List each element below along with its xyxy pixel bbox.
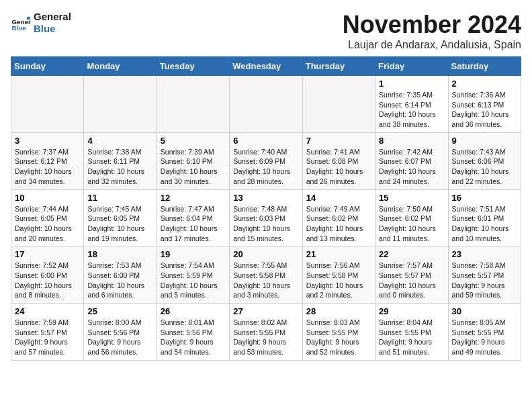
day-number: 4 [87,136,152,146]
day-number: 17 [15,249,80,259]
day-number: 3 [15,136,80,146]
week-row-3: 17Sunrise: 7:52 AM Sunset: 6:00 PM Dayli… [11,246,521,304]
day-cell: 7Sunrise: 7:41 AM Sunset: 6:08 PM Daylig… [302,132,375,189]
day-number: 21 [306,249,371,259]
day-info: Sunrise: 7:49 AM Sunset: 6:02 PM Dayligh… [306,204,371,244]
day-cell: 29Sunrise: 8:04 AM Sunset: 5:55 PM Dayli… [375,304,448,361]
day-info: Sunrise: 7:57 AM Sunset: 5:57 PM Dayligh… [379,261,444,300]
day-cell: 10Sunrise: 7:44 AM Sunset: 6:05 PM Dayli… [11,189,84,246]
day-info: Sunrise: 7:54 AM Sunset: 5:59 PM Dayligh… [161,261,226,300]
week-row-1: 3Sunrise: 7:37 AM Sunset: 6:12 PM Daylig… [11,132,521,189]
day-cell: 9Sunrise: 7:43 AM Sunset: 6:06 PM Daylig… [448,132,521,189]
day-number: 27 [233,306,298,316]
day-cell: 23Sunrise: 7:58 AM Sunset: 5:57 PM Dayli… [448,246,521,304]
logo-line2: Blue [34,23,71,35]
header-saturday: Saturday [448,57,521,76]
day-cell: 6Sunrise: 7:40 AM Sunset: 6:09 PM Daylig… [230,132,302,189]
day-cell: 24Sunrise: 7:59 AM Sunset: 5:57 PM Dayli… [11,304,84,361]
day-cell: 2Sunrise: 7:36 AM Sunset: 6:13 PM Daylig… [448,76,521,133]
day-cell: 11Sunrise: 7:45 AM Sunset: 6:05 PM Dayli… [84,189,157,246]
header-monday: Monday [84,57,157,76]
day-info: Sunrise: 7:47 AM Sunset: 6:04 PM Dayligh… [161,204,226,244]
day-cell [157,76,229,133]
day-number: 14 [306,193,371,203]
day-info: Sunrise: 8:03 AM Sunset: 5:55 PM Dayligh… [306,318,371,357]
weekday-header-row: Sunday Monday Tuesday Wednesday Thursday… [11,57,521,76]
day-cell: 12Sunrise: 7:47 AM Sunset: 6:04 PM Dayli… [157,189,229,246]
title-area: November 2024 Laujar de Andarax, Andalus… [343,11,521,51]
day-cell: 4Sunrise: 7:38 AM Sunset: 6:11 PM Daylig… [84,132,157,189]
location-title: Laujar de Andarax, Andalusia, Spain [343,39,521,51]
day-number: 5 [161,136,226,146]
day-cell: 17Sunrise: 7:52 AM Sunset: 6:00 PM Dayli… [11,246,84,304]
day-cell [11,76,84,133]
day-cell: 21Sunrise: 7:56 AM Sunset: 5:58 PM Dayli… [302,246,375,304]
calendar-header: Sunday Monday Tuesday Wednesday Thursday… [11,57,521,76]
day-cell [84,76,157,133]
svg-text:Blue: Blue [12,24,27,32]
calendar-body: 1Sunrise: 7:35 AM Sunset: 6:14 PM Daylig… [11,76,521,361]
logo-icon: General Blue [11,13,31,33]
logo-line1: General [34,11,71,23]
day-info: Sunrise: 7:41 AM Sunset: 6:08 PM Dayligh… [306,147,371,187]
day-number: 22 [379,249,444,259]
day-cell: 5Sunrise: 7:39 AM Sunset: 6:10 PM Daylig… [157,132,229,189]
day-info: Sunrise: 7:39 AM Sunset: 6:10 PM Dayligh… [161,147,226,187]
day-info: Sunrise: 7:40 AM Sunset: 6:09 PM Dayligh… [233,147,298,187]
day-info: Sunrise: 7:51 AM Sunset: 6:01 PM Dayligh… [452,204,517,244]
day-cell: 27Sunrise: 8:02 AM Sunset: 5:55 PM Dayli… [230,304,302,361]
day-cell: 8Sunrise: 7:42 AM Sunset: 6:07 PM Daylig… [375,132,448,189]
week-row-2: 10Sunrise: 7:44 AM Sunset: 6:05 PM Dayli… [11,189,521,246]
day-number: 6 [233,136,298,146]
day-number: 10 [15,193,80,203]
day-number: 28 [306,306,371,316]
day-info: Sunrise: 7:48 AM Sunset: 6:03 PM Dayligh… [233,204,298,244]
day-cell: 15Sunrise: 7:50 AM Sunset: 6:02 PM Dayli… [375,189,448,246]
day-number: 29 [379,306,444,316]
day-number: 8 [379,136,444,146]
day-number: 16 [452,193,517,203]
day-info: Sunrise: 8:04 AM Sunset: 5:55 PM Dayligh… [379,318,444,357]
day-cell: 1Sunrise: 7:35 AM Sunset: 6:14 PM Daylig… [375,76,448,133]
day-info: Sunrise: 7:50 AM Sunset: 6:02 PM Dayligh… [379,204,444,244]
day-cell: 22Sunrise: 7:57 AM Sunset: 5:57 PM Dayli… [375,246,448,304]
day-number: 23 [452,249,517,259]
day-number: 18 [87,249,152,259]
day-cell: 18Sunrise: 7:53 AM Sunset: 6:00 PM Dayli… [84,246,157,304]
header: General Blue General Blue November 2024 … [11,11,521,51]
day-info: Sunrise: 7:36 AM Sunset: 6:13 PM Dayligh… [452,90,517,130]
day-number: 2 [452,79,517,89]
day-info: Sunrise: 7:42 AM Sunset: 6:07 PM Dayligh… [379,147,444,187]
day-info: Sunrise: 7:58 AM Sunset: 5:57 PM Dayligh… [452,261,517,300]
day-info: Sunrise: 7:35 AM Sunset: 6:14 PM Dayligh… [379,90,444,130]
header-wednesday: Wednesday [230,57,302,76]
day-number: 30 [452,306,517,316]
day-info: Sunrise: 8:01 AM Sunset: 5:56 PM Dayligh… [161,318,226,357]
day-cell: 25Sunrise: 8:00 AM Sunset: 5:56 PM Dayli… [84,304,157,361]
day-cell: 26Sunrise: 8:01 AM Sunset: 5:56 PM Dayli… [157,304,229,361]
day-number: 24 [15,306,80,316]
day-cell: 20Sunrise: 7:55 AM Sunset: 5:58 PM Dayli… [230,246,302,304]
day-number: 7 [306,136,371,146]
week-row-0: 1Sunrise: 7:35 AM Sunset: 6:14 PM Daylig… [11,76,521,133]
day-info: Sunrise: 7:59 AM Sunset: 5:57 PM Dayligh… [15,318,80,357]
day-info: Sunrise: 7:38 AM Sunset: 6:11 PM Dayligh… [87,147,152,187]
day-info: Sunrise: 7:55 AM Sunset: 5:58 PM Dayligh… [233,261,298,300]
logo: General Blue General Blue [11,11,71,35]
day-info: Sunrise: 7:45 AM Sunset: 6:05 PM Dayligh… [87,204,152,244]
header-sunday: Sunday [11,57,84,76]
month-title: November 2024 [343,11,521,39]
header-friday: Friday [375,57,448,76]
day-cell: 13Sunrise: 7:48 AM Sunset: 6:03 PM Dayli… [230,189,302,246]
day-number: 25 [87,306,152,316]
day-info: Sunrise: 8:05 AM Sunset: 5:55 PM Dayligh… [452,318,517,357]
day-cell [230,76,302,133]
day-info: Sunrise: 8:00 AM Sunset: 5:56 PM Dayligh… [87,318,152,357]
day-info: Sunrise: 7:52 AM Sunset: 6:00 PM Dayligh… [15,261,80,300]
header-thursday: Thursday [302,57,375,76]
day-number: 20 [233,249,298,259]
day-number: 26 [161,306,226,316]
day-cell: 14Sunrise: 7:49 AM Sunset: 6:02 PM Dayli… [302,189,375,246]
day-number: 19 [161,249,226,259]
day-cell: 30Sunrise: 8:05 AM Sunset: 5:55 PM Dayli… [448,304,521,361]
